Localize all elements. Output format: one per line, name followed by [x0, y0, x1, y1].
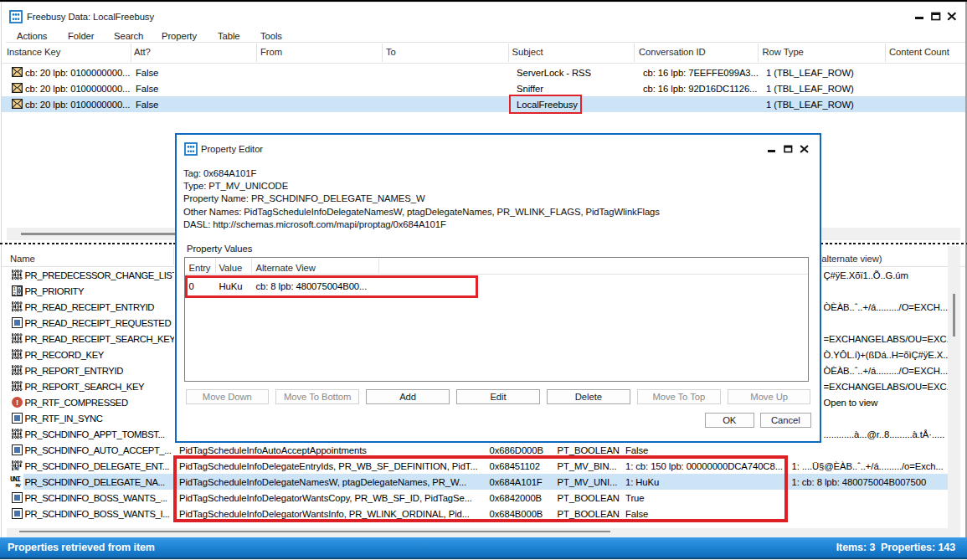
svg-text:2: 2 — [13, 290, 16, 295]
svg-text:MV: MV — [14, 467, 19, 471]
